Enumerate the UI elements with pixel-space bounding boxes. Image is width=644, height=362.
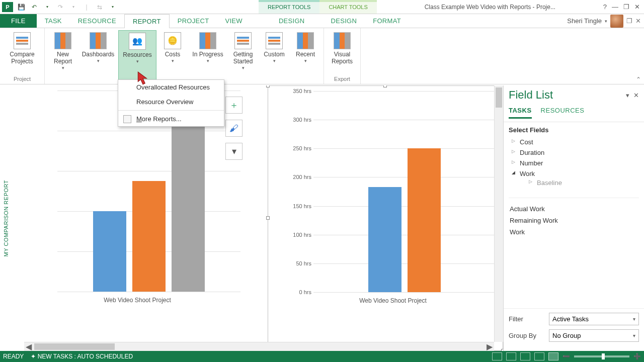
pane-tab-tasks[interactable]: TASKS	[509, 107, 532, 119]
vertical-scrollbar[interactable]	[494, 85, 503, 342]
qa-customise-icon[interactable]: ▾	[108, 2, 118, 12]
context-chart-tools: CHART TOOLS	[319, 0, 376, 14]
compare-projects-button[interactable]: Compare Projects	[3, 30, 41, 75]
undo-drop-icon[interactable]: ▾	[42, 2, 52, 12]
new-report-icon	[54, 32, 71, 49]
horizontal-scrollbar[interactable]: ◀ ▶	[24, 342, 494, 351]
dashboards-button[interactable]: Dashboards▾	[79, 30, 117, 83]
resources-dropdown: Overallocated Resources Resource Overvie…	[118, 79, 224, 127]
more-reports-icon	[123, 115, 131, 123]
dropdown-resource-overview[interactable]: Resource Overview	[118, 95, 224, 109]
custom-button[interactable]: Custom▾	[259, 30, 289, 83]
x-category-label: Web Video Shoot Project	[32, 297, 243, 304]
tab-report[interactable]: REPORT	[124, 14, 170, 28]
status-new-tasks[interactable]: ✦ NEW TASKS : AUTO SCHEDULED	[31, 353, 133, 360]
select-fields-title: Select Fields	[509, 126, 639, 134]
costs-button[interactable]: Costs▾	[157, 30, 188, 83]
redo-icon[interactable]: ↷	[55, 2, 65, 12]
pane-options-icon[interactable]: ▾	[626, 92, 629, 99]
compare-projects-icon	[14, 32, 31, 49]
view-task-usage-button[interactable]	[506, 352, 516, 360]
filter-label: Filter	[509, 315, 549, 323]
x-category-label: Web Video Shoot Project	[288, 297, 498, 304]
pane-close-icon[interactable]: ✕	[633, 92, 639, 99]
tree-cost[interactable]: Cost	[512, 137, 639, 147]
bar-work[interactable]	[172, 101, 205, 292]
doc-restore-icon[interactable]: ❐	[626, 17, 632, 25]
restore-icon[interactable]: ❐	[623, 3, 629, 11]
selected-remaining-work[interactable]: Remaining Work	[509, 215, 639, 226]
group-by-select[interactable]: No Group▾	[549, 329, 639, 342]
undo-icon[interactable]: ↶	[29, 2, 39, 12]
zoom-out-icon[interactable]: ➖	[562, 353, 570, 360]
filter-select[interactable]: Active Tasks▾	[549, 313, 639, 325]
chart-styles-brush-button[interactable]: 🖌	[225, 120, 243, 137]
link-icon[interactable]: ⇆	[95, 2, 105, 12]
status-ready: READY	[3, 353, 24, 360]
dropdown-overallocated[interactable]: Overallocated Resources	[118, 80, 224, 95]
getting-started-button[interactable]: Getting Started▾	[228, 30, 258, 83]
tab-project[interactable]: PROJECT	[170, 14, 217, 28]
scroll-left-icon[interactable]: ◀	[24, 342, 33, 351]
tab-view[interactable]: VIEW	[217, 14, 250, 28]
scroll-right-icon[interactable]: ▶	[485, 342, 494, 351]
zoom-in-icon[interactable]: ➕	[633, 353, 641, 360]
tree-baseline[interactable]: Baseline	[529, 177, 639, 188]
tab-task[interactable]: TASK	[37, 14, 70, 28]
recent-icon	[297, 32, 314, 49]
report-name-strip[interactable]: MY COMPARISON REPORT	[0, 85, 12, 351]
view-gantt-button[interactable]	[492, 352, 502, 360]
close-icon[interactable]: ✕	[634, 3, 640, 11]
tab-file[interactable]: FILE	[0, 14, 37, 28]
dropdown-more-reports[interactable]: MMore Reports...ore Reports...	[118, 112, 224, 126]
user-avatar[interactable]	[610, 15, 623, 28]
qa-sep: |	[82, 2, 92, 12]
tree-work[interactable]: Work Baseline	[512, 168, 639, 190]
group-project-label: Project	[3, 75, 41, 83]
minimize-icon[interactable]: —	[612, 3, 618, 11]
selected-actual-work[interactable]: Actual Work	[509, 203, 639, 215]
subtab-format[interactable]: FORMAT	[365, 14, 409, 28]
in-progress-button[interactable]: In Progress▾	[189, 30, 227, 83]
pane-title: Field List	[509, 88, 622, 102]
subtab-design-report[interactable]: DESIGN	[271, 14, 313, 28]
visual-reports-button[interactable]: Visual Reports	[327, 30, 357, 75]
resources-icon	[129, 33, 146, 50]
in-progress-icon	[199, 32, 216, 49]
user-name-label: Sheri Tingle	[567, 17, 602, 25]
save-icon[interactable]: 💾	[16, 2, 26, 12]
chevron-down-icon: ▾	[633, 316, 635, 322]
bar-remaining-work[interactable]	[408, 148, 441, 292]
chart-panel-1[interactable]: 0 hrs50 hrs100 hrs150 hrs200 hrs250 hrs3…	[268, 85, 503, 351]
subtab-design-chart[interactable]: DESIGN	[323, 14, 365, 28]
bar-actual-work[interactable]	[93, 211, 126, 292]
getting-started-icon	[234, 32, 252, 49]
doc-close-icon[interactable]: ✕	[635, 17, 641, 25]
chart-elements-plus-button[interactable]: ＋	[225, 97, 243, 114]
pane-tab-resources[interactable]: RESOURCES	[541, 107, 585, 119]
ribbon-collapse-icon[interactable]: ⌃	[636, 76, 641, 83]
view-resource-sheet-button[interactable]	[534, 352, 544, 360]
help-icon[interactable]: ?	[603, 3, 607, 11]
custom-icon	[266, 32, 283, 49]
group-export-label: Export	[327, 75, 357, 83]
bar-remaining-work[interactable]	[132, 181, 166, 292]
new-report-button[interactable]: New Report▾	[48, 30, 78, 83]
bar-actual-work[interactable]	[368, 187, 401, 292]
chart-filters-funnel-button[interactable]: ▾	[225, 143, 243, 160]
tree-number[interactable]: Number	[512, 158, 639, 168]
selected-work[interactable]: Work	[509, 226, 639, 238]
context-report-tools: REPORT TOOLS	[259, 0, 319, 14]
field-list-pane: Field List ▾ ✕ TASKS RESOURCES Select Fi…	[503, 85, 644, 351]
view-report-button[interactable]	[548, 352, 558, 360]
view-team-planner-button[interactable]	[520, 352, 530, 360]
recent-button[interactable]: Recent▾	[290, 30, 320, 83]
resources-button[interactable]: Resources▾	[118, 30, 156, 83]
tab-resource[interactable]: RESOURCE	[70, 14, 124, 28]
user-drop-icon[interactable]: ▾	[605, 19, 607, 24]
zoom-slider[interactable]	[574, 355, 629, 357]
redo-drop-icon[interactable]: ▾	[68, 2, 78, 12]
tree-duration[interactable]: Duration	[512, 147, 639, 158]
window-title: Class Example Web Video with Reports - P…	[377, 0, 603, 14]
app-logo-icon: P	[2, 2, 13, 12]
